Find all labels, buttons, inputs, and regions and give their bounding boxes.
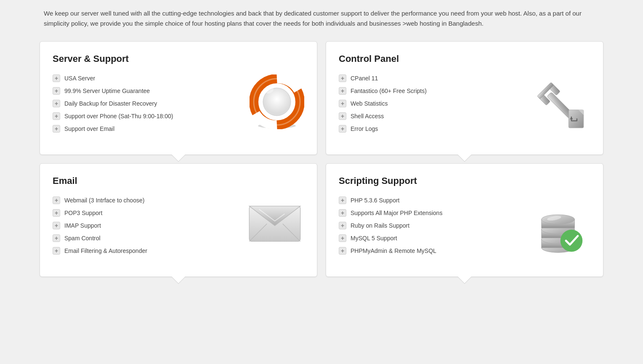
database-image (527, 197, 590, 260)
feature-list-email: Webmail (3 Intrface to choose) POP3 Supp… (53, 197, 237, 260)
features-grid: Server & Support USA Server 99.9% Server… (40, 41, 603, 277)
item-label: CPanel 11 (351, 75, 378, 82)
item-label: MySQL 5 Support (351, 235, 397, 242)
item-label: Email Filtering & Autoresponder (64, 247, 147, 254)
card-scripting-support: Scripting Support PHP 5.3.6 Support Supp… (326, 163, 603, 277)
plus-icon (339, 209, 346, 217)
plus-icon (53, 197, 60, 204)
plus-icon (53, 234, 60, 242)
plus-icon (339, 222, 346, 229)
plus-icon (53, 247, 60, 255)
item-label: USA Server (64, 75, 95, 82)
list-item: Webmail (3 Intrface to choose) (53, 197, 237, 204)
list-item: Ruby on Rails Support (339, 222, 519, 229)
list-item: MySQL 5 Support (339, 234, 519, 242)
plus-icon (53, 125, 60, 133)
card-body-scripting-support: PHP 5.3.6 Support Supports All Major PHP… (339, 197, 590, 260)
list-item: Shell Access (339, 112, 519, 120)
plus-icon (339, 74, 346, 82)
list-item: PHP 5.3.6 Support (339, 197, 519, 204)
list-item: USA Server (53, 74, 241, 82)
card-body-email: Webmail (3 Intrface to choose) POP3 Supp… (53, 197, 304, 260)
list-item: Error Logs (339, 125, 519, 133)
plus-icon (53, 87, 60, 95)
item-label: PHPMyAdmin & Remote MySQL (351, 247, 436, 254)
plus-icon (339, 112, 346, 120)
item-label: POP3 Support (64, 210, 102, 216)
plus-icon (53, 112, 60, 120)
card-title-email: Email (53, 175, 304, 186)
list-item: Spam Control (53, 234, 237, 242)
card-title-server-support: Server & Support (53, 53, 304, 64)
card-body-server-support: USA Server 99.9% Server Uptime Guarantee… (53, 74, 304, 138)
list-item: Support over Email (53, 125, 241, 133)
card-server-support: Server & Support USA Server 99.9% Server… (40, 41, 317, 155)
item-label: Web Statistics (351, 100, 388, 107)
item-label: Support over Phone (Sat-Thu 9:00-18:00) (64, 113, 173, 120)
envelope-image (245, 197, 304, 247)
item-label: Support over Email (64, 125, 114, 132)
list-item: IMAP Support (53, 222, 237, 229)
list-item: CPanel 11 (339, 74, 519, 82)
card-body-control-panel: CPanel 11 Fantastico (60+ Free Scripts) … (339, 74, 590, 138)
item-label: Webmail (3 Intrface to choose) (64, 197, 144, 204)
plus-icon (339, 247, 346, 255)
item-label: Daily Backup for Disaster Recovery (64, 100, 157, 107)
card-title-control-panel: Control Panel (339, 53, 590, 64)
item-label: Fantastico (60+ Free Scripts) (351, 88, 427, 94)
list-item: Email Filtering & Autoresponder (53, 247, 237, 255)
svg-point-21 (561, 230, 583, 252)
list-item: PHPMyAdmin & Remote MySQL (339, 247, 519, 255)
plus-icon (53, 209, 60, 217)
page-wrapper: We keep our server well tuned with all t… (27, 0, 616, 294)
item-label: PHP 5.3.6 Support (351, 197, 399, 204)
plus-icon (339, 87, 346, 95)
list-item: POP3 Support (53, 209, 237, 217)
item-label: 99.9% Server Uptime Guarantee (64, 88, 150, 94)
item-label: Ruby on Rails Support (351, 222, 409, 229)
lifesaver-image (250, 74, 304, 129)
list-item: Supports All Major PHP Extensions (339, 209, 519, 217)
item-label: Spam Control (64, 235, 101, 242)
plus-icon (339, 197, 346, 204)
wrench-image (527, 74, 590, 133)
plus-icon (53, 74, 60, 82)
feature-list-control-panel: CPanel 11 Fantastico (60+ Free Scripts) … (339, 74, 519, 138)
item-label: Shell Access (351, 113, 384, 120)
item-label: IMAP Support (64, 222, 101, 229)
list-item: Support over Phone (Sat-Thu 9:00-18:00) (53, 112, 241, 120)
item-label: Supports All Major PHP Extensions (351, 210, 442, 216)
plus-icon (339, 100, 346, 107)
plus-icon (53, 100, 60, 107)
feature-list-server-support: USA Server 99.9% Server Uptime Guarantee… (53, 74, 241, 138)
item-label: Error Logs (351, 125, 378, 132)
list-item: Fantastico (60+ Free Scripts) (339, 87, 519, 95)
plus-icon (53, 222, 60, 229)
card-control-panel: Control Panel CPanel 11 Fantastico (60+ … (326, 41, 603, 155)
list-item: Web Statistics (339, 100, 519, 107)
list-item: 99.9% Server Uptime Guarantee (53, 87, 241, 95)
card-email: Email Webmail (3 Intrface to choose) POP… (40, 163, 317, 277)
intro-paragraph: We keep our server well tuned with all t… (40, 8, 603, 29)
list-item: Daily Backup for Disaster Recovery (53, 100, 241, 107)
card-title-scripting-support: Scripting Support (339, 175, 590, 186)
feature-list-scripting-support: PHP 5.3.6 Support Supports All Major PHP… (339, 197, 519, 260)
plus-icon (339, 234, 346, 242)
plus-icon (339, 125, 346, 133)
